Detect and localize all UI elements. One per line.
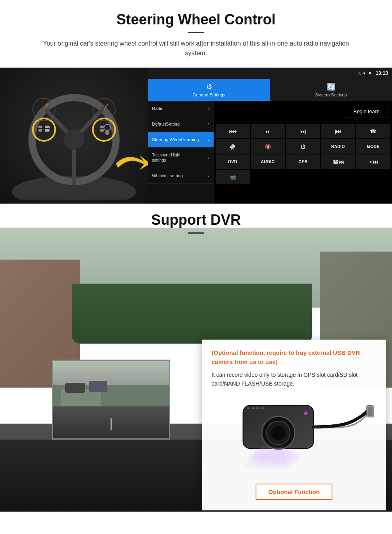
svg-rect-9 — [45, 129, 50, 132]
svg-rect-11 — [100, 129, 104, 132]
steering-wheel-image — [0, 68, 148, 204]
dvr-info-card: (Optional function, require to buy exter… — [202, 340, 386, 510]
system-settings-icon: 🔄 — [327, 82, 336, 91]
chevron-right-icon: › — [208, 106, 210, 111]
menu-item-radio[interactable]: Radio › — [148, 101, 214, 116]
svg-point-12 — [104, 124, 110, 131]
dvr-icon: 📹 — [230, 174, 236, 180]
ctrl-gps[interactable]: GPS — [286, 154, 320, 169]
dvr-preview-thumbnail — [52, 360, 170, 440]
dvr-optional-text: (Optional function, require to buy exter… — [212, 348, 376, 366]
ctrl-power[interactable]: ⏻ — [286, 139, 320, 154]
ctrl-phone[interactable]: ☎ — [356, 124, 390, 138]
statusbar-time: 13:13 — [376, 70, 388, 76]
svg-point-21 — [271, 426, 285, 440]
ctrl-prev-track[interactable]: ⏮| — [286, 124, 320, 138]
menu-radio-label: Radio — [152, 106, 164, 111]
control-buttons-grid: ⏮+ ⏮- ⏮| |⏭ ☎ ☎ 🔇 ⏻ RADIO MODE DVD AUDIO — [214, 122, 392, 186]
signal-bars: ▼ — [368, 71, 372, 76]
svg-rect-28 — [368, 407, 372, 416]
menu-default-label: DefaultSetting — [152, 122, 180, 126]
android-statusbar: ◇ ▾ ▼ 13:13 — [148, 68, 392, 79]
menu-item-tricolour[interactable]: Tricoloured lightsettings › — [148, 148, 214, 168]
ctrl-audio[interactable]: AUDIO — [251, 154, 285, 169]
dvr-camera-svg — [212, 397, 376, 473]
svg-point-26 — [304, 411, 308, 415]
svg-rect-10 — [100, 126, 104, 128]
statusbar-icons: ◇ ▾ ▼ 13:13 — [358, 70, 388, 76]
menu-steering-label: Steering Wheel learning — [152, 137, 199, 142]
android-tabs: ⚙ General Settings 🔄 System Settings — [148, 79, 392, 101]
svg-rect-7 — [38, 129, 42, 132]
begin-learn-button[interactable]: Begin learn — [345, 105, 388, 118]
svg-point-13 — [105, 131, 109, 135]
chevron-right-icon: › — [208, 173, 210, 178]
tab-system-settings[interactable]: 🔄 System Settings — [270, 79, 392, 101]
optional-function-container: Optional Function — [212, 481, 376, 500]
ctrl-hang-up[interactable]: ☎ — [216, 139, 250, 154]
ctrl-skip-next[interactable]: ≺⏭ — [356, 154, 390, 169]
section1-title: Steering Wheel Control — [8, 11, 384, 28]
begin-learn-row: Begin learn — [214, 101, 392, 122]
android-content: Radio › DefaultSetting › Steering Wheel … — [148, 101, 392, 204]
ctrl-radio[interactable]: RADIO — [321, 139, 355, 154]
svg-point-5 — [64, 130, 84, 150]
wifi-icon: ▾ — [363, 71, 366, 76]
svg-rect-6 — [38, 126, 42, 128]
android-main-area: Begin learn ⏮+ ⏮- ⏮| |⏭ ☎ ☎ 🔇 ⏻ — [214, 101, 392, 204]
svg-rect-24 — [256, 407, 260, 409]
chevron-right-icon-active: › — [208, 137, 210, 142]
title-divider — [188, 32, 204, 33]
tab-general-settings[interactable]: ⚙ General Settings — [148, 79, 270, 101]
ctrl-vol-down[interactable]: ⏮- — [251, 124, 285, 138]
ctrl-next-track[interactable]: |⏭ — [321, 124, 355, 138]
yellow-arrow-icon — [112, 148, 148, 180]
menu-tricolour-label: Tricoloured lightsettings — [152, 152, 180, 163]
section1-header: Steering Wheel Control Your original car… — [0, 0, 392, 68]
dvr-camera-illustration — [212, 395, 376, 475]
svg-rect-22 — [247, 407, 250, 409]
svg-rect-23 — [252, 407, 255, 409]
dvr-section-header: Support DVR — [0, 204, 392, 247]
dvr-description: It can record video only to storage in G… — [212, 370, 376, 388]
android-panel: ◇ ▾ ▼ 13:13 ⚙ General Settings 🔄 System … — [148, 68, 392, 204]
svg-rect-8 — [45, 126, 50, 128]
steering-wheel-section: Steering Wheel Control Your original car… — [0, 0, 392, 204]
ctrl-mode[interactable]: MODE — [356, 139, 390, 154]
menu-item-steering[interactable]: Steering Wheel learning › — [148, 132, 214, 148]
steering-feature-area: ◇ ▾ ▼ 13:13 ⚙ General Settings 🔄 System … — [0, 68, 392, 204]
section1-subtitle: Your original car's steering wheel contr… — [32, 39, 360, 58]
svg-rect-25 — [261, 407, 264, 409]
tab-system-label: System Settings — [315, 92, 347, 97]
android-menu: Radio › DefaultSetting › Steering Wheel … — [148, 101, 214, 204]
menu-item-default[interactable]: DefaultSetting › — [148, 116, 214, 132]
dvr-title: Support DVR — [8, 212, 384, 228]
menu-whitelist-label: Whitelist setting — [152, 173, 183, 178]
menu-item-whitelist[interactable]: Whitelist setting › — [148, 168, 214, 184]
ctrl-dvr[interactable]: 📹 — [216, 170, 250, 184]
ctrl-phone-prev[interactable]: ☎⏮ — [321, 154, 355, 169]
chevron-right-icon: › — [208, 121, 210, 127]
ctrl-vol-up[interactable]: ⏮+ — [216, 124, 250, 138]
chevron-right-icon: › — [208, 155, 210, 160]
optional-function-button[interactable]: Optional Function — [256, 484, 332, 500]
settings-gear-icon: ⚙ — [206, 82, 212, 91]
dvr-section: Support DVR (Optional function, require … — [0, 204, 392, 512]
location-icon: ◇ — [358, 71, 361, 76]
ctrl-mute[interactable]: 🔇 — [251, 139, 285, 154]
dvr-title-divider — [188, 232, 204, 234]
tab-general-label: General Settings — [193, 92, 226, 97]
ctrl-dvd[interactable]: DVD — [216, 154, 250, 169]
